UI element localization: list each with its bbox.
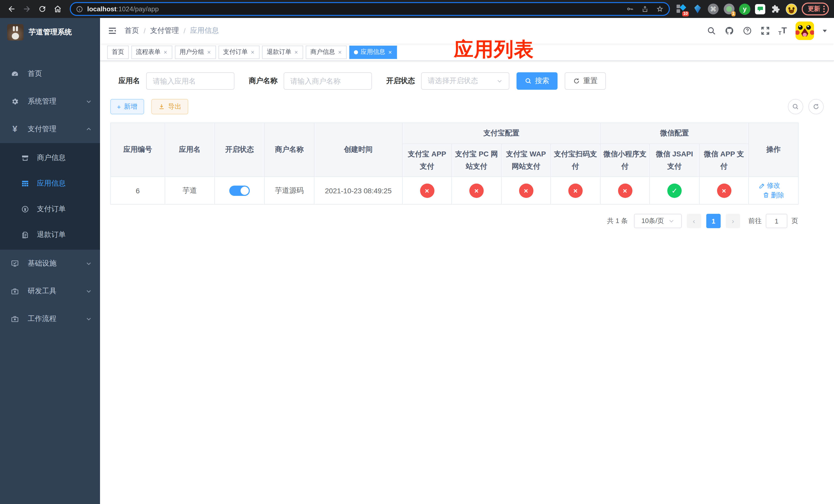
close-icon[interactable]: × <box>250 49 255 55</box>
recorder-extension-icon[interactable]: 1 <box>723 3 734 15</box>
table-toolbar: + 新增 导出 <box>110 99 824 114</box>
status-select[interactable]: 请选择开启状态 <box>421 72 509 90</box>
shop-icon <box>21 153 30 162</box>
command-extension-icon[interactable]: ⌘ <box>708 4 719 14</box>
col-created: 创建时间 <box>314 123 402 177</box>
col-wx-lite: 微信小程序支付 <box>600 144 650 177</box>
page-info-icon[interactable] <box>76 5 83 13</box>
tag-home[interactable]: 首页 <box>107 45 129 59</box>
chrome-update-button[interactable]: 更新 <box>802 3 829 15</box>
merchant-name-input[interactable] <box>284 72 372 90</box>
sidebar-item-infrastructure[interactable]: 基础设施 <box>0 250 100 277</box>
export-button[interactable]: 导出 <box>151 99 188 114</box>
search-icon <box>792 103 799 110</box>
sidebar-item-merchant-info[interactable]: 商户信息 <box>0 145 100 171</box>
add-button[interactable]: + 新增 <box>110 99 144 114</box>
delete-button[interactable]: 删除 <box>763 191 784 200</box>
reset-button[interactable]: 重置 <box>565 72 606 90</box>
forward-icon[interactable] <box>21 3 33 15</box>
tag-refund-orders[interactable]: 退款订单× <box>262 45 303 59</box>
sidebar-item-home[interactable]: 首页 <box>0 60 100 88</box>
kite-extension-icon[interactable] <box>692 3 703 15</box>
fullscreen-icon[interactable] <box>761 26 770 36</box>
browser-profile-avatar[interactable] <box>786 3 797 15</box>
chevron-down-icon <box>86 316 92 322</box>
page-size-select[interactable]: 10条/页 <box>634 214 682 228</box>
share-icon[interactable] <box>641 5 649 13</box>
status-label: 开启状态 <box>386 76 415 86</box>
screen: localhost:1024/pay/app 10 ⌘ <box>0 0 834 504</box>
col-wx-app: 微信 APP 支付 <box>699 144 749 177</box>
chrome-menu-icon[interactable] <box>823 6 825 12</box>
goto-label: 前往 <box>748 216 762 226</box>
cell-created: 2021-10-23 08:49:25 <box>314 177 402 205</box>
toggle-search-button[interactable] <box>788 99 803 114</box>
bookmark-star-icon[interactable] <box>656 5 664 13</box>
chat-extension-icon[interactable] <box>755 4 765 14</box>
extensions-puzzle-icon[interactable] <box>770 3 781 15</box>
briefcase-icon <box>10 314 20 323</box>
font-size-icon[interactable]: TT <box>778 26 787 36</box>
col-status: 开启状态 <box>215 123 264 177</box>
tag-merchant-info[interactable]: 商户信息× <box>306 45 347 59</box>
adblock-extension-icon[interactable]: 10 <box>676 3 687 15</box>
next-page-button[interactable]: › <box>726 214 740 228</box>
col-alipay-wap: 支付宝 WAP 网站支付 <box>501 144 551 177</box>
chevron-down-icon <box>497 78 503 84</box>
url-text: localhost:1024/pay/app <box>87 5 622 13</box>
refresh-icon <box>573 77 580 85</box>
sidebar-item-refund-orders[interactable]: 退款订单 <box>0 222 100 248</box>
tag-app-info[interactable]: 应用信息× <box>349 45 397 59</box>
tag-pay-orders[interactable]: 支付订单× <box>219 45 260 59</box>
close-icon[interactable]: × <box>207 49 211 55</box>
sidebar-item-pay-orders[interactable]: 支付订单 <box>0 197 100 222</box>
sidebar: 芋道管理系统 首页 系统管理 <box>0 18 100 504</box>
tag-user-group[interactable]: 用户分组× <box>175 45 216 59</box>
col-alipay-pc: 支付宝 PC 网站支付 <box>452 144 501 177</box>
col-group-wechat: 微信配置 <box>600 123 749 144</box>
col-app-name: 应用名 <box>165 123 215 177</box>
page-number-1[interactable]: 1 <box>706 214 721 228</box>
edit-button[interactable]: 修改 <box>759 181 780 190</box>
url-bar[interactable]: localhost:1024/pay/app <box>70 2 670 16</box>
breadcrumb-current: 应用信息 <box>190 26 219 36</box>
tag-process-form[interactable]: 流程表单× <box>131 45 172 59</box>
goto-page-input[interactable] <box>766 214 787 228</box>
help-icon[interactable] <box>743 26 752 36</box>
refresh-table-button[interactable] <box>808 99 824 114</box>
back-icon[interactable] <box>5 3 18 15</box>
home-icon[interactable] <box>51 3 64 15</box>
status-toggle[interactable] <box>229 186 250 196</box>
sidebar-item-payment[interactable]: ¥ 支付管理 <box>0 115 100 143</box>
sidebar-item-workflow[interactable]: 工作流程 <box>0 305 100 333</box>
y-extension-icon[interactable]: y <box>739 3 750 15</box>
extensions-bar: 10 ⌘ 1 y 更新 <box>676 3 829 15</box>
user-avatar[interactable] <box>795 22 814 40</box>
close-icon[interactable]: × <box>163 49 168 55</box>
sidebar-item-dev-tools[interactable]: 研发工具 <box>0 277 100 305</box>
search-icon[interactable] <box>706 26 716 36</box>
app-name-input[interactable] <box>146 72 235 90</box>
sidebar-item-system[interactable]: 系统管理 <box>0 88 100 115</box>
app-logo[interactable]: 芋道管理系统 <box>0 18 100 47</box>
browser-toolbar: localhost:1024/pay/app 10 ⌘ <box>0 0 834 18</box>
breadcrumb-home[interactable]: 首页 <box>125 26 139 36</box>
close-icon[interactable]: × <box>337 49 342 55</box>
pagination: 共 1 条 10条/页 ‹ 1 › 前往 页 <box>110 214 798 228</box>
sidebar-fold-icon[interactable] <box>100 18 125 44</box>
github-icon[interactable] <box>724 26 734 36</box>
trash-icon <box>763 192 769 199</box>
extension-badge: 10 <box>682 11 689 16</box>
prev-page-button[interactable]: ‹ <box>687 214 701 228</box>
col-ops: 操作 <box>749 123 798 177</box>
close-icon[interactable]: × <box>388 49 392 55</box>
app-name-label: 应用名 <box>118 76 140 86</box>
reload-icon[interactable] <box>36 3 48 15</box>
breadcrumb-payment[interactable]: 支付管理 <box>150 26 179 36</box>
close-icon[interactable]: × <box>294 49 299 55</box>
sidebar-item-app-info[interactable]: 应用信息 <box>0 171 100 197</box>
password-key-icon[interactable] <box>626 5 634 13</box>
search-button[interactable]: 搜索 <box>517 72 557 90</box>
user-menu-caret-icon[interactable] <box>823 29 827 32</box>
search-icon <box>525 77 532 85</box>
